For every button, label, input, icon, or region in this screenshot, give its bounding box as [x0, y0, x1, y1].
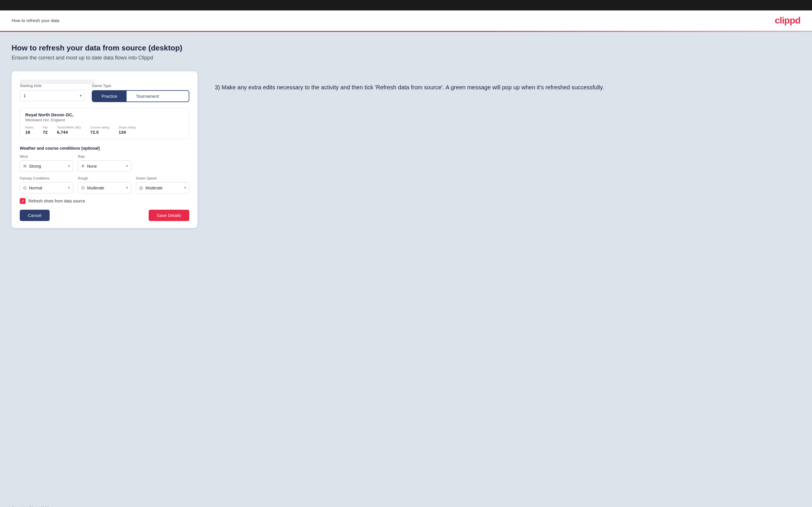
- course-location: Westward Ho!, England: [25, 118, 184, 122]
- footer: Copyright Clippd 2022: [0, 501, 812, 507]
- fairway-group: Fairway Conditions ⊙ Normal Soft Hard ▾: [20, 176, 73, 193]
- course-rating-label: Course rating: [90, 126, 109, 129]
- cancel-button[interactable]: Cancel: [20, 210, 50, 221]
- rough-label: Rough: [78, 176, 131, 180]
- page-heading: How to refresh your data from source (de…: [12, 44, 800, 53]
- rough-select[interactable]: Moderate Light Heavy: [87, 186, 124, 190]
- stat-course-rating: Course rating 72.5: [90, 126, 109, 134]
- save-details-button[interactable]: Save Details: [149, 210, 189, 221]
- refresh-label: Refresh shots from data source: [29, 199, 85, 203]
- wind-icon: ≋: [23, 163, 27, 169]
- course-rating-value: 72.5: [90, 130, 109, 134]
- side-text: 3) Make any extra edits necessary to the…: [215, 83, 800, 92]
- refresh-checkbox-row[interactable]: Refresh shots from data source: [20, 198, 189, 204]
- course-name: Royal North Devon GC,: [25, 112, 184, 117]
- green-speed-select[interactable]: Moderate Fast Slow: [145, 186, 182, 190]
- stat-par: Par 72: [43, 126, 48, 134]
- stat-slope-rating: Slope rating 134: [119, 126, 136, 134]
- slope-rating-label: Slope rating: [119, 126, 136, 129]
- card: Starting Hole 1 10 ▾ Game Type Practice …: [12, 71, 197, 228]
- action-buttons: Cancel Save Details: [20, 210, 189, 221]
- top-bar: [0, 0, 812, 10]
- stat-yards: Yards/White (M)) 6,744: [57, 126, 81, 134]
- header: How to refresh your data clippd: [0, 10, 812, 31]
- chevron-down-icon: ▾: [80, 94, 82, 98]
- par-label: Par: [43, 126, 48, 129]
- slope-rating-value: 134: [119, 130, 136, 134]
- header-title: How to refresh your data: [12, 18, 59, 23]
- green-speed-label: Green Speed: [136, 176, 189, 180]
- wind-select[interactable]: Strong Light None: [29, 164, 66, 169]
- rain-icon: ✳: [81, 163, 85, 169]
- refresh-checkbox[interactable]: [20, 198, 26, 204]
- holes-value: 18: [25, 130, 33, 134]
- page-subheading: Ensure the correct and most up to date d…: [12, 55, 800, 61]
- rain-group: Rain ✳ None Light Heavy ▾: [78, 155, 131, 172]
- rain-chevron-icon: ▾: [126, 164, 128, 168]
- logo: clippd: [775, 15, 800, 26]
- wind-label: Wind: [20, 155, 73, 159]
- conditions-row-1: Wind ≋ Strong Light None ▾ Rain ✳: [20, 155, 189, 172]
- green-speed-dropdown[interactable]: ◎ Moderate Fast Slow ▾: [136, 182, 189, 193]
- rain-label: Rain: [78, 155, 131, 159]
- starting-hole-label: Starting Hole: [20, 83, 85, 88]
- par-value: 72: [43, 130, 48, 134]
- wind-chevron-icon: ▾: [68, 164, 70, 168]
- fairway-chevron-icon: ▾: [68, 186, 70, 190]
- placeholder-group: [136, 155, 189, 172]
- content-layout: Starting Hole 1 10 ▾ Game Type Practice …: [12, 71, 800, 228]
- starting-hole-select-wrapper[interactable]: 1 10 ▾: [20, 90, 85, 101]
- fairway-select[interactable]: Normal Soft Hard: [29, 186, 66, 190]
- course-info-box: Royal North Devon GC, Westward Ho!, Engl…: [20, 108, 189, 139]
- conditions-section-title: Weather and course conditions (optional): [20, 146, 189, 151]
- conditions-row-2: Fairway Conditions ⊙ Normal Soft Hard ▾ …: [20, 176, 189, 193]
- practice-button[interactable]: Practice: [92, 91, 126, 102]
- yards-label: Yards/White (M)): [57, 126, 81, 129]
- yards-value: 6,744: [57, 130, 81, 134]
- wind-dropdown[interactable]: ≋ Strong Light None ▾: [20, 160, 73, 172]
- fairway-dropdown[interactable]: ⊙ Normal Soft Hard ▾: [20, 182, 73, 193]
- green-speed-group: Green Speed ◎ Moderate Fast Slow ▾: [136, 176, 189, 193]
- wind-group: Wind ≋ Strong Light None ▾: [20, 155, 73, 172]
- main-content: How to refresh your data from source (de…: [0, 32, 812, 501]
- starting-hole-select[interactable]: 1 10: [23, 94, 74, 98]
- game-type-label: Game Type: [92, 83, 189, 88]
- green-speed-chevron-icon: ▾: [184, 186, 186, 190]
- rough-icon: ⊙: [81, 185, 85, 190]
- tournament-button[interactable]: Tournament: [126, 91, 168, 102]
- fairway-icon: ⊙: [23, 185, 27, 190]
- footer-text: Copyright Clippd 2022: [12, 506, 49, 507]
- side-description: 3) Make any extra edits necessary to the…: [215, 71, 800, 92]
- green-speed-icon: ◎: [139, 185, 143, 190]
- fairway-label: Fairway Conditions: [20, 176, 73, 180]
- rain-dropdown[interactable]: ✳ None Light Heavy ▾: [78, 160, 131, 172]
- rough-chevron-icon: ▾: [126, 186, 128, 190]
- holes-label: Holes: [25, 126, 33, 129]
- rough-dropdown[interactable]: ⊙ Moderate Light Heavy ▾: [78, 182, 131, 193]
- rough-group: Rough ⊙ Moderate Light Heavy ▾: [78, 176, 131, 193]
- game-type-buttons: Practice Tournament: [92, 90, 189, 102]
- rain-select[interactable]: None Light Heavy: [87, 164, 124, 169]
- field-row-top: Starting Hole 1 10 ▾ Game Type Practice …: [20, 83, 189, 102]
- starting-hole-group: Starting Hole 1 10 ▾: [20, 83, 85, 102]
- course-stats: Holes 18 Par 72 Yards/White (M)) 6,744 C…: [25, 126, 184, 134]
- stat-holes: Holes 18: [25, 126, 33, 134]
- game-type-group: Game Type Practice Tournament: [92, 83, 189, 102]
